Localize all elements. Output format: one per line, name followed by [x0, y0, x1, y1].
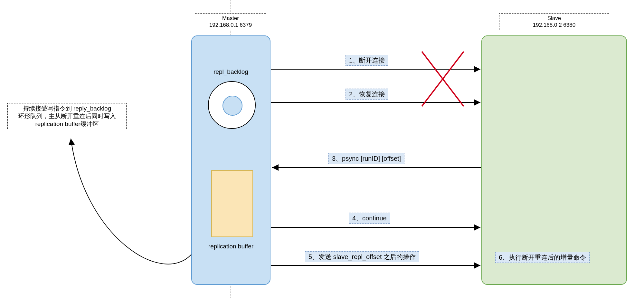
replication-buffer-label: replication buffer: [192, 243, 270, 250]
note-line3: replication buffer缓冲区: [35, 120, 99, 127]
step-4-label: 4、continue: [349, 213, 390, 224]
arrow-backlog-note: [71, 139, 191, 264]
step-3-label: 3、psync [runID] [offset]: [328, 153, 404, 164]
svg-line-1: [422, 52, 464, 106]
master-address: 192.168.0.1 6379: [197, 22, 264, 28]
replication-buffer-rect: [211, 170, 253, 237]
note-line1: 持续接受写指令到 reply_backlog: [23, 105, 111, 112]
step-2-label: 2、恢复连接: [346, 89, 388, 100]
side-note-box: 持续接受写指令到 reply_backlog 环形队列，主从断开重连后同时写入 …: [7, 103, 127, 129]
step-5-label: 5、发送 slave_repl_offset 之后的操作: [305, 251, 419, 262]
repl-backlog-label: repl_backlog: [192, 68, 270, 75]
slave-label-box: Slave 192.168.0.2 6380: [499, 13, 609, 30]
disconnect-cross-icon: [422, 52, 464, 106]
slave-title: Slave: [501, 15, 607, 22]
slave-node: [481, 35, 627, 285]
step-1-label: 1、断开连接: [346, 55, 388, 66]
master-label-box: Master 192.168.0.1 6379: [195, 13, 266, 30]
master-node: repl_backlog replication buffer: [191, 35, 270, 285]
repl-backlog-donut: [208, 81, 256, 129]
svg-line-0: [422, 52, 464, 106]
diagram-canvas: Master 192.168.0.1 6379 Slave 192.168.0.…: [0, 0, 644, 298]
master-title: Master: [197, 15, 264, 22]
slave-address: 192.168.0.2 6380: [501, 22, 607, 28]
step-6-label: 6、执行断开重连后的增量命令: [495, 252, 590, 263]
note-line2: 环形队列，主从断开重连后同时写入: [18, 113, 116, 120]
